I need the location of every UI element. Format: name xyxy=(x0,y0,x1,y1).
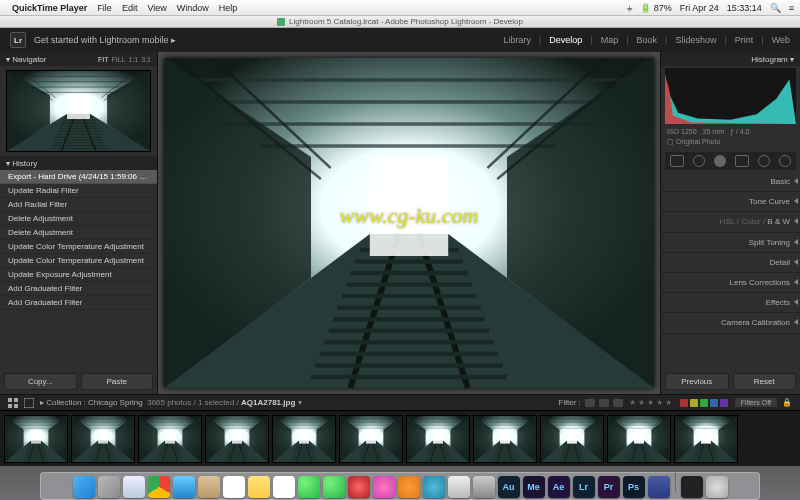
collection-path[interactable]: Collection : Chicago Spring xyxy=(46,398,143,407)
second-window-icon[interactable] xyxy=(24,398,34,408)
lr-mobile-cta[interactable]: Get started with Lightroom mobile ▸ xyxy=(34,35,176,45)
module-web[interactable]: Web xyxy=(772,35,790,45)
filmstrip[interactable] xyxy=(0,410,800,466)
filmstrip-thumb[interactable] xyxy=(406,415,470,463)
history-item[interactable]: Update Color Temperature Adjustment xyxy=(0,240,157,254)
module-book[interactable]: Book xyxy=(637,35,658,45)
navigator-header[interactable]: ▾ Navigator FITFILL1:13:1 xyxy=(0,52,157,66)
panel-effects[interactable]: Effects xyxy=(661,293,800,313)
filmstrip-thumb[interactable] xyxy=(540,415,604,463)
dock-ibooks-icon[interactable] xyxy=(398,476,420,498)
battery-status[interactable]: 🔋 87% xyxy=(640,3,672,13)
panel-split-toning[interactable]: Split Toning xyxy=(661,233,800,253)
flag-filter-icon[interactable] xyxy=(585,399,595,407)
notification-center-icon[interactable]: ≡ xyxy=(789,3,794,13)
histogram[interactable] xyxy=(665,68,796,124)
loupe-view[interactable]: www.cg-ku.com xyxy=(158,52,660,394)
dock-preferences-icon[interactable] xyxy=(473,476,495,498)
previous-button[interactable]: Previous xyxy=(665,373,729,390)
nav-zoom-1-1[interactable]: 1:1 xyxy=(129,56,139,63)
dock-calendar-icon[interactable] xyxy=(223,476,245,498)
history-item[interactable]: Add Graduated Filter xyxy=(0,282,157,296)
rating-filter[interactable]: ★★★★★ xyxy=(629,398,674,407)
histogram-header[interactable]: Histogram ▾ xyxy=(661,52,800,66)
history-header[interactable]: ▾ History xyxy=(0,156,157,170)
filmstrip-thumb[interactable] xyxy=(272,415,336,463)
dock-preview-icon[interactable] xyxy=(448,476,470,498)
history-item[interactable]: Delete Adjustment xyxy=(0,212,157,226)
filmstrip-thumb[interactable] xyxy=(674,415,738,463)
copy-button[interactable]: Copy... xyxy=(4,373,77,390)
dock-messages-icon[interactable] xyxy=(298,476,320,498)
history-item[interactable]: Export - Hard Drive (4/24/15 1:59:06 PM) xyxy=(0,170,157,184)
dock-mail-icon[interactable] xyxy=(173,476,195,498)
nav-zoom-FILL[interactable]: FILL xyxy=(112,56,126,63)
spot-removal-tool-icon[interactable] xyxy=(693,155,705,167)
dock-finder-icon[interactable] xyxy=(73,476,95,498)
panel-disclosure-icon[interactable]: ▾ xyxy=(6,159,10,168)
filmstrip-thumb[interactable] xyxy=(205,415,269,463)
wifi-icon[interactable]: ⏚ xyxy=(627,3,632,13)
dock-contacts-icon[interactable] xyxy=(198,476,220,498)
panel-tone-curve[interactable]: Tone Curve xyxy=(661,192,800,212)
dock-premiere-icon[interactable]: Pr xyxy=(598,476,620,498)
flag-filter-icon[interactable] xyxy=(613,399,623,407)
nav-zoom-FIT[interactable]: FIT xyxy=(98,56,109,63)
crop-tool-icon[interactable] xyxy=(670,155,684,167)
radial-filter-tool-icon[interactable] xyxy=(758,155,770,167)
dock-cinema4d-icon[interactable] xyxy=(648,476,670,498)
panel-camera-calibration[interactable]: Camera Calibration xyxy=(661,313,800,333)
panel-disclosure-icon[interactable]: ▾ xyxy=(6,55,10,64)
filmstrip-thumb[interactable] xyxy=(339,415,403,463)
filters-toggle[interactable]: Filters Off xyxy=(734,397,778,408)
dock-terminal-icon[interactable] xyxy=(681,476,703,498)
dock-after-effects-icon[interactable]: Ae xyxy=(548,476,570,498)
nav-zoom-3-1[interactable]: 3:1 xyxy=(141,56,151,63)
flag-filter-icon[interactable] xyxy=(599,399,609,407)
module-map[interactable]: Map xyxy=(601,35,619,45)
filmstrip-thumb[interactable] xyxy=(473,415,537,463)
dock-itunes-icon[interactable] xyxy=(373,476,395,498)
dock-facetime-icon[interactable] xyxy=(323,476,345,498)
filmstrip-thumb[interactable] xyxy=(4,415,68,463)
grid-view-icon[interactable] xyxy=(8,398,18,408)
dock-notes-icon[interactable] xyxy=(248,476,270,498)
dock-reminders-icon[interactable] xyxy=(273,476,295,498)
filmstrip-thumb[interactable] xyxy=(138,415,202,463)
dock-appstore-icon[interactable] xyxy=(423,476,445,498)
module-slideshow[interactable]: Slideshow xyxy=(675,35,716,45)
filter-lock-icon[interactable]: 🔒 xyxy=(782,398,792,407)
panel-detail[interactable]: Detail xyxy=(661,253,800,273)
history-item[interactable]: Update Radial Filter xyxy=(0,184,157,198)
menu-window[interactable]: Window xyxy=(177,3,209,13)
history-item[interactable]: Add Radial Filter xyxy=(0,198,157,212)
paste-button[interactable]: Paste xyxy=(81,373,154,390)
menu-view[interactable]: View xyxy=(147,3,166,13)
module-print[interactable]: Print xyxy=(735,35,754,45)
adjustment-brush-tool-icon[interactable] xyxy=(779,155,791,167)
dock-photoshop-icon[interactable]: Ps xyxy=(623,476,645,498)
app-menu[interactable]: QuickTime Player xyxy=(12,3,87,13)
dock-media-encoder-icon[interactable]: Me xyxy=(523,476,545,498)
spotlight-icon[interactable]: 🔍 xyxy=(770,3,781,13)
dock-chrome-icon[interactable] xyxy=(148,476,170,498)
menu-edit[interactable]: Edit xyxy=(122,3,138,13)
dock-launchpad-icon[interactable] xyxy=(98,476,120,498)
filmstrip-thumb[interactable] xyxy=(71,415,135,463)
dock-trash-icon[interactable] xyxy=(706,476,728,498)
menu-help[interactable]: Help xyxy=(219,3,238,13)
history-item[interactable]: Update Color Temperature Adjustment xyxy=(0,254,157,268)
history-item[interactable]: Update Exposure Adjustment xyxy=(0,268,157,282)
history-item[interactable]: Add Graduated Filter xyxy=(0,296,157,310)
main-photo[interactable] xyxy=(164,58,654,388)
panel-basic[interactable]: Basic xyxy=(661,172,800,192)
navigator-preview[interactable] xyxy=(6,70,151,152)
reset-button[interactable]: Reset xyxy=(733,373,797,390)
dock-audition-icon[interactable]: Au xyxy=(498,476,520,498)
dock-lightroom-icon[interactable]: Lr xyxy=(573,476,595,498)
panel-lens-corrections[interactable]: Lens Corrections xyxy=(661,273,800,293)
menu-file[interactable]: File xyxy=(97,3,112,13)
dock-photo-booth-icon[interactable] xyxy=(348,476,370,498)
panel-hsl-color-b-w[interactable]: HSL / Color / B & W xyxy=(661,212,800,232)
panel-disclosure-icon[interactable]: ▾ xyxy=(790,55,794,64)
